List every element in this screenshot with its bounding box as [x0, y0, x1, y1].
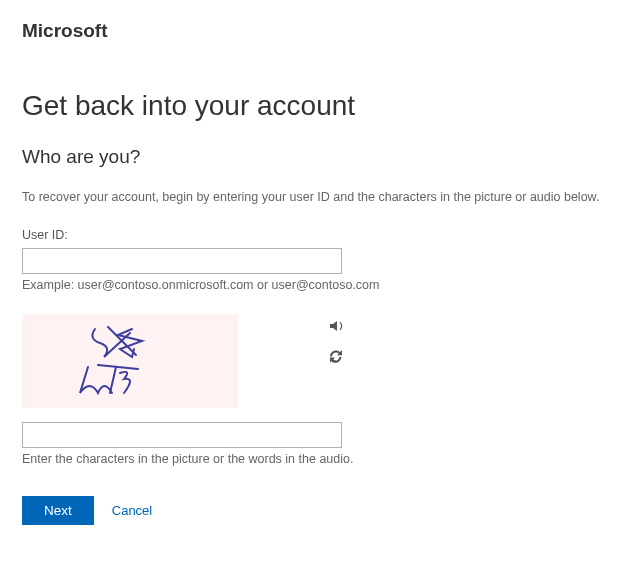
userid-input[interactable] — [22, 248, 342, 274]
captcha-svg — [60, 321, 200, 401]
page-heading: Get back into your account — [22, 90, 613, 122]
captcha-input[interactable] — [22, 422, 342, 448]
next-button[interactable]: Next — [22, 496, 94, 525]
audio-icon[interactable] — [328, 318, 344, 334]
userid-example: Example: user@contoso.onmicrosoft.com or… — [22, 278, 613, 292]
page-subheading: Who are you? — [22, 146, 613, 168]
instruction-text: To recover your account, begin by enteri… — [22, 190, 613, 204]
refresh-icon[interactable] — [328, 348, 344, 364]
userid-label: User ID: — [22, 228, 613, 242]
microsoft-logo: Microsoft — [22, 20, 613, 42]
cancel-link[interactable]: Cancel — [112, 503, 152, 518]
captcha-image — [22, 314, 238, 408]
captcha-help: Enter the characters in the picture or t… — [22, 452, 613, 466]
